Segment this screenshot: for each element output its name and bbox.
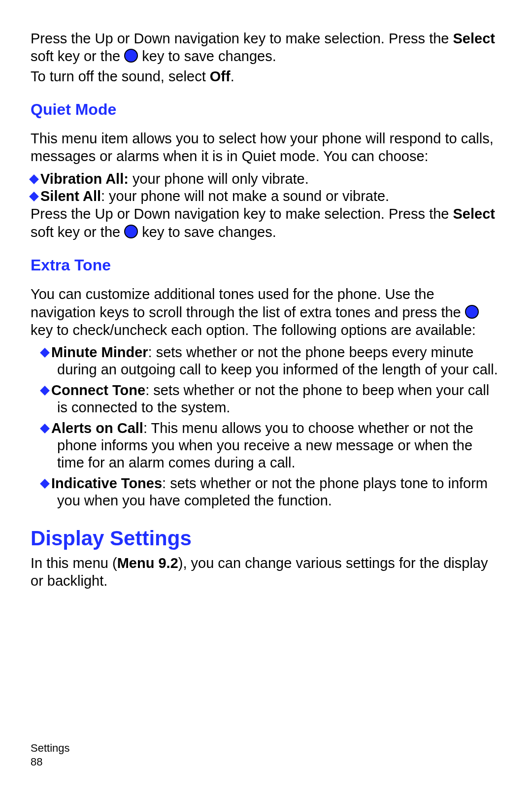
ok-key-icon	[465, 305, 479, 319]
quiet-mode-paragraph: This menu item allows you to select how …	[31, 130, 501, 166]
footer-section: Settings	[31, 741, 70, 755]
text: In this menu (	[31, 555, 117, 571]
text: key to save changes.	[138, 224, 276, 240]
list-item: Minute Minder: sets whether or not the p…	[31, 344, 501, 379]
text: Press the Up or Down navigation key to m…	[31, 206, 453, 222]
bullet-label: Connect Tone	[51, 382, 145, 398]
list-item: Vibration All: your phone will only vibr…	[31, 170, 501, 188]
intro-paragraph-1: Press the Up or Down navigation key to m…	[31, 30, 501, 66]
quiet-mode-heading: Quiet Mode	[31, 100, 501, 119]
off-label: Off	[210, 68, 231, 84]
diamond-bullet-icon	[29, 174, 39, 184]
footer-page-number: 88	[31, 755, 70, 769]
quiet-mode-bullets: Vibration All: your phone will only vibr…	[31, 170, 501, 205]
list-item: Alerts on Call: This menu allows you to …	[31, 420, 501, 472]
extra-tone-bullets: Minute Minder: sets whether or not the p…	[31, 344, 501, 509]
extra-tone-paragraph: You can customize additional tones used …	[31, 285, 501, 339]
select-label: Select	[453, 206, 495, 222]
bullet-text: : your phone will not make a sound or vi…	[101, 188, 389, 204]
list-item: Connect Tone: sets whether or not the ph…	[31, 382, 501, 417]
bullet-label: Indicative Tones	[51, 475, 162, 491]
text: .	[231, 68, 234, 84]
quiet-mode-paragraph-2: Press the Up or Down navigation key to m…	[31, 205, 501, 241]
select-label: Select	[453, 31, 495, 46]
display-settings-paragraph: In this menu (Menu 9.2), you can change …	[31, 554, 501, 590]
display-settings-heading: Display Settings	[31, 526, 501, 551]
text: key to save changes.	[138, 48, 276, 64]
extra-tone-heading: Extra Tone	[31, 256, 501, 274]
text: To turn off the sound, select	[31, 68, 210, 84]
ok-key-icon	[124, 225, 138, 238]
intro-paragraph-2: To turn off the sound, select Off.	[31, 67, 501, 85]
text: Press the Up or Down navigation key to m…	[31, 31, 453, 46]
manual-page: Press the Up or Down navigation key to m…	[0, 0, 532, 798]
diamond-bullet-icon	[40, 424, 50, 433]
diamond-bullet-icon	[40, 479, 50, 489]
bullet-label: Silent All	[40, 188, 101, 204]
text: You can customize additional tones used …	[31, 286, 465, 320]
page-footer: Settings 88	[31, 741, 70, 768]
diamond-bullet-icon	[40, 348, 50, 358]
list-item: Silent All: your phone will not make a s…	[31, 188, 501, 205]
text: soft key or the	[31, 48, 124, 64]
bullet-label: Minute Minder	[51, 344, 148, 360]
ok-key-icon	[124, 49, 138, 63]
text: soft key or the	[31, 224, 124, 240]
list-item: Indicative Tones: sets whether or not th…	[31, 475, 501, 510]
bullet-text: your phone will only vibrate.	[129, 171, 309, 187]
diamond-bullet-icon	[29, 192, 39, 201]
diamond-bullet-icon	[40, 386, 50, 396]
menu-label: Menu 9.2	[117, 555, 178, 571]
bullet-label: Vibration All:	[40, 171, 129, 187]
text: key to check/uncheck each option. The fo…	[31, 322, 476, 338]
bullet-label: Alerts on Call	[51, 420, 143, 436]
